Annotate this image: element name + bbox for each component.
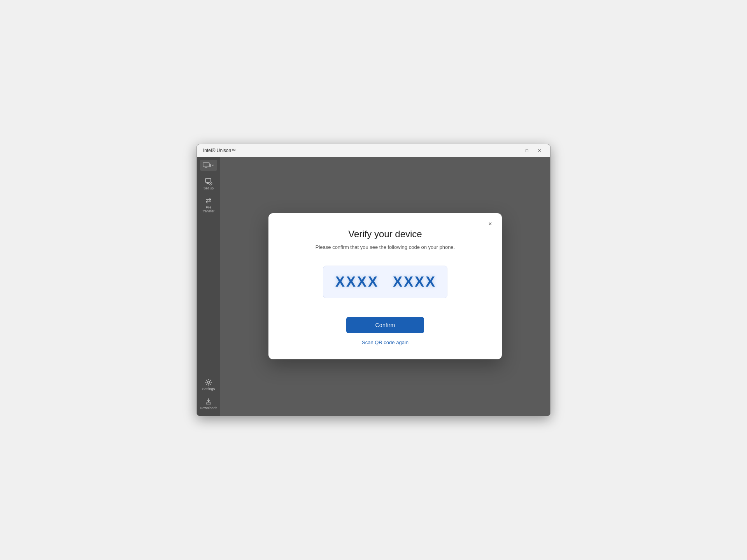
- maximize-button[interactable]: □: [521, 146, 533, 155]
- main-content: × Verify your device Please confirm that…: [220, 157, 550, 416]
- transfer-icon: [205, 197, 212, 205]
- scan-qr-again-button[interactable]: Scan QR code again: [362, 340, 409, 345]
- svg-point-10: [207, 381, 210, 383]
- setup-label: Set up: [203, 187, 214, 191]
- title-bar: Intel® Unison™ – □ ✕: [197, 144, 550, 157]
- modal-title: Verify your device: [348, 229, 422, 240]
- code-char-8: X: [426, 274, 435, 290]
- window-title: Intel® Unison™: [203, 148, 236, 153]
- code-char-2: X: [346, 274, 356, 290]
- svg-rect-4: [205, 178, 211, 182]
- gear-icon: [205, 378, 212, 386]
- monitor-icon: [203, 162, 211, 168]
- code-char-6: X: [404, 274, 413, 290]
- downloads-label: Downloads: [200, 406, 217, 410]
- svg-rect-0: [203, 163, 209, 167]
- modal-close-button[interactable]: ×: [485, 219, 496, 229]
- modal-overlay: × Verify your device Please confirm that…: [220, 157, 550, 416]
- settings-label: Settings: [202, 387, 215, 391]
- code-char-1: X: [335, 274, 345, 290]
- code-char-5: X: [393, 274, 402, 290]
- device-selector[interactable]: [200, 160, 217, 171]
- code-char-3: X: [357, 274, 366, 290]
- svg-rect-3: [209, 164, 211, 167]
- verify-device-modal: × Verify your device Please confirm that…: [268, 213, 502, 359]
- close-button[interactable]: ✕: [533, 146, 545, 155]
- code-char-4: X: [368, 274, 377, 290]
- setup-icon: [205, 178, 212, 186]
- verification-code-display: X X X X X X X X: [323, 266, 447, 298]
- downloads-icon: [205, 397, 212, 405]
- sidebar-item-file-transfer[interactable]: File transfer: [199, 194, 218, 216]
- code-group-2: X X X X: [393, 274, 435, 290]
- sidebar-item-downloads[interactable]: Downloads: [199, 395, 218, 413]
- code-group-1: X X X X: [335, 274, 377, 290]
- code-char-7: X: [415, 274, 424, 290]
- app-window: Intel® Unison™ – □ ✕: [196, 144, 551, 416]
- window-controls: – □ ✕: [508, 146, 545, 155]
- sidebar-item-setup[interactable]: Set up: [199, 175, 218, 193]
- file-transfer-label: File transfer: [200, 206, 217, 214]
- modal-subtitle: Please confirm that you see the followin…: [316, 244, 455, 250]
- confirm-button[interactable]: Confirm: [346, 317, 424, 333]
- minimize-button[interactable]: –: [508, 146, 521, 155]
- sidebar: Set up File transfer: [197, 157, 220, 416]
- chevron-down-icon: [211, 164, 214, 167]
- app-body: Set up File transfer: [197, 157, 550, 416]
- sidebar-item-settings[interactable]: Settings: [199, 376, 218, 394]
